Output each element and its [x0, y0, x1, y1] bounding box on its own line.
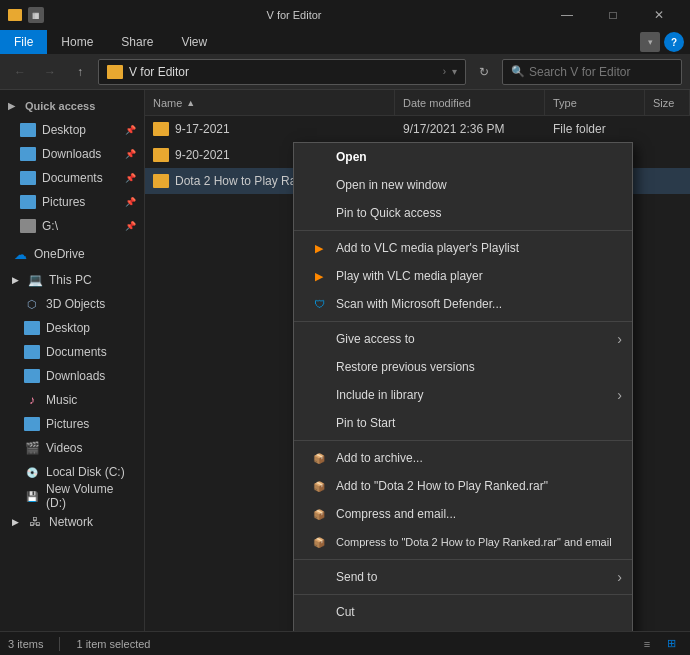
ctx-add-vlc-playlist[interactable]: ▶ Add to VLC media player's Playlist	[294, 234, 632, 262]
sidebar-item-3dobjects[interactable]: ⬡ 3D Objects	[0, 292, 144, 316]
ctx-archive-label: Add to archive...	[336, 451, 423, 465]
close-button[interactable]: ✕	[636, 0, 682, 30]
documents2-icon	[24, 345, 40, 359]
minimize-button[interactable]: —	[544, 0, 590, 30]
sidebar-item-videos[interactable]: 🎬 Videos	[0, 436, 144, 460]
tab-share[interactable]: Share	[107, 30, 167, 54]
file-date-1: 9/17/2021 2:36 PM	[395, 116, 545, 142]
sidebar-item-network[interactable]: ▶ 🖧 Network	[0, 510, 144, 534]
ctx-restore-versions[interactable]: Restore previous versions	[294, 353, 632, 381]
ribbon: File Home Share View ▾ ?	[0, 30, 690, 54]
status-bar: 3 items 1 item selected ≡ ⊞	[0, 631, 690, 655]
ctx-pin-start-label: Pin to Start	[336, 416, 395, 430]
3dobjects-icon: ⬡	[24, 296, 40, 312]
downloads2-icon	[24, 369, 40, 383]
file-name-1: 9-17-2021	[175, 122, 230, 136]
ctx-add-archive[interactable]: 📦 Add to archive...	[294, 444, 632, 472]
ribbon-right: ▾ ?	[634, 30, 690, 54]
ctx-cut-label: Cut	[336, 605, 355, 619]
ctx-compress-rar-icon: 📦	[310, 537, 328, 548]
selected-count: 1 item selected	[76, 638, 150, 650]
ctx-rar-label: Add to "Dota 2 How to Play Ranked.rar"	[336, 479, 548, 493]
ctx-open[interactable]: Open	[294, 143, 632, 171]
sidebar-item-downloads2[interactable]: Downloads	[0, 364, 144, 388]
table-row[interactable]: 9-17-2021 9/17/2021 2:36 PM File folder	[145, 116, 690, 142]
ctx-compress-icon: 📦	[310, 509, 328, 520]
col-name[interactable]: Name ▲	[145, 90, 395, 115]
tab-view[interactable]: View	[167, 30, 221, 54]
ctx-pin-quick[interactable]: Pin to Quick access	[294, 199, 632, 227]
sidebar-item-pictures2[interactable]: Pictures	[0, 412, 144, 436]
ctx-rar-icon: 📦	[310, 481, 328, 492]
up-button[interactable]: ↑	[68, 60, 92, 84]
ctx-copy[interactable]: Copy	[294, 626, 632, 631]
sidebar-item-onedrive[interactable]: ☁ OneDrive	[0, 242, 144, 266]
context-menu: Open Open in new window Pin to Quick acc…	[293, 142, 633, 631]
address-dropdown-icon[interactable]: ▾	[452, 66, 457, 77]
ctx-sep-3	[294, 440, 632, 441]
grid-view-button[interactable]: ⊞	[660, 635, 682, 653]
ribbon-expand-icon[interactable]: ▾	[640, 32, 660, 52]
sidebar-item-documents[interactable]: Documents 📌	[0, 166, 144, 190]
ctx-add-rar[interactable]: 📦 Add to "Dota 2 How to Play Ranked.rar"	[294, 472, 632, 500]
sidebar-item-desktop[interactable]: Desktop 📌	[0, 118, 144, 142]
col-date[interactable]: Date modified	[395, 90, 545, 115]
local-disk-icon: 💿	[24, 464, 40, 480]
address-box[interactable]: V for Editor › ▾	[98, 59, 466, 85]
sidebar-network-label: Network	[49, 515, 93, 529]
quick-access-label: Quick access	[25, 100, 95, 112]
sidebar-item-pictures[interactable]: Pictures 📌	[0, 190, 144, 214]
search-box[interactable]: 🔍 Search V for Editor	[502, 59, 682, 85]
details-view-button[interactable]: ≡	[636, 635, 658, 653]
maximize-button[interactable]: □	[590, 0, 636, 30]
sidebar-pictures2-label: Pictures	[46, 417, 89, 431]
sidebar-item-documents2[interactable]: Documents	[0, 340, 144, 364]
ctx-scan-defender[interactable]: 🛡 Scan with Microsoft Defender...	[294, 290, 632, 318]
sidebar-item-g-drive[interactable]: G:\ 📌	[0, 214, 144, 238]
pin-icon-4: 📌	[125, 197, 136, 207]
ctx-compress-email[interactable]: 📦 Compress and email...	[294, 500, 632, 528]
ctx-send-to[interactable]: Send to	[294, 563, 632, 591]
ctx-play-vlc[interactable]: ▶ Play with VLC media player	[294, 262, 632, 290]
file-pane: Name ▲ Date modified Type Size 9-17-2021…	[145, 90, 690, 631]
ctx-give-access-label: Give access to	[336, 332, 415, 346]
pin-icon-2: 📌	[125, 149, 136, 159]
sidebar-item-downloads[interactable]: Downloads 📌	[0, 142, 144, 166]
back-button[interactable]: ←	[8, 60, 32, 84]
tab-file[interactable]: File	[0, 30, 47, 54]
sidebar-quick-access-header[interactable]: ▶ Quick access	[0, 94, 144, 118]
col-type[interactable]: Type	[545, 90, 645, 115]
ctx-give-access[interactable]: Give access to	[294, 325, 632, 353]
ctx-open-new-window[interactable]: Open in new window	[294, 171, 632, 199]
status-separator	[59, 637, 60, 651]
tab-home[interactable]: Home	[47, 30, 107, 54]
ctx-send-to-label: Send to	[336, 570, 377, 584]
ctx-cut[interactable]: Cut	[294, 598, 632, 626]
sidebar-item-music[interactable]: ♪ Music	[0, 388, 144, 412]
pictures-icon	[20, 195, 36, 209]
sidebar-item-new-volume[interactable]: 💾 New Volume (D:)	[0, 484, 144, 508]
pin-icon: 📌	[125, 125, 136, 135]
ribbon-help-icon[interactable]: ?	[664, 32, 684, 52]
sort-arrow: ▲	[186, 98, 195, 108]
status-view-buttons: ≡ ⊞	[636, 635, 682, 653]
ctx-compress-email-rar[interactable]: 📦 Compress to "Dota 2 How to Play Ranked…	[294, 528, 632, 556]
ctx-pin-start[interactable]: Pin to Start	[294, 409, 632, 437]
ctx-sep-1	[294, 230, 632, 231]
refresh-button[interactable]: ↻	[472, 60, 496, 84]
ctx-include-library[interactable]: Include in library	[294, 381, 632, 409]
sidebar-item-local-disk[interactable]: 💿 Local Disk (C:)	[0, 460, 144, 484]
sidebar-item-desktop2[interactable]: Desktop	[0, 316, 144, 340]
pictures2-icon	[24, 417, 40, 431]
sidebar-item-thispc[interactable]: ▶ 💻 This PC	[0, 268, 144, 292]
sidebar-desktop2-label: Desktop	[46, 321, 90, 335]
forward-button[interactable]: →	[38, 60, 62, 84]
folder-icon-2	[153, 148, 169, 162]
address-chevron-icon: ›	[443, 66, 446, 77]
col-size[interactable]: Size	[645, 90, 690, 115]
sidebar-music-label: Music	[46, 393, 77, 407]
stack-icon: ▦	[28, 7, 44, 23]
ctx-sep-4	[294, 559, 632, 560]
title-bar-controls[interactable]: — □ ✕	[544, 0, 682, 30]
network-icon: 🖧	[27, 514, 43, 530]
